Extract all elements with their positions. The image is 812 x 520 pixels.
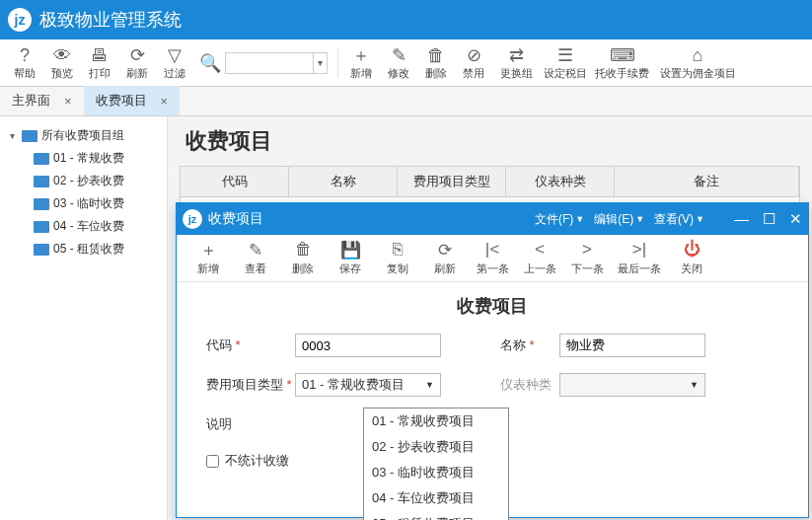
refresh-icon: ⟳ bbox=[130, 44, 145, 66]
dropdown-option[interactable]: 01 - 常规收费项目 bbox=[364, 409, 508, 434]
content-heading: 收费项目 bbox=[168, 116, 812, 166]
col-code[interactable]: 代码 bbox=[181, 167, 289, 196]
dialog-menus: 文件(F)▼ 编辑(E)▼ 查看(V)▼ bbox=[535, 211, 704, 228]
dropdown-option[interactable]: 04 - 车位收费项目 bbox=[364, 485, 508, 511]
col-name[interactable]: 名称 bbox=[289, 167, 398, 196]
name-label: 名称 bbox=[500, 336, 559, 354]
sidebar-tree: ▾所有收费项目组 01 - 常规收费 02 - 抄表收费 03 - 临时收费 0… bbox=[0, 116, 168, 520]
tree-item[interactable]: 02 - 抄表收费 bbox=[0, 170, 167, 192]
dialog-titlebar[interactable]: jz 收费项目 文件(F)▼ 编辑(E)▼ 查看(V)▼ — ☐ ✕ bbox=[177, 203, 808, 235]
add-icon: ＋ bbox=[352, 44, 370, 66]
home-icon: ⌂ bbox=[693, 44, 703, 66]
change-group-button[interactable]: ⇄更换组 bbox=[492, 44, 540, 81]
power-icon: ⏻ bbox=[684, 240, 701, 260]
code-input[interactable] bbox=[295, 334, 441, 357]
forbid-button[interactable]: ⊘禁用 bbox=[455, 42, 492, 83]
close-icon[interactable]: × bbox=[64, 94, 72, 109]
col-type[interactable]: 费用项目类型 bbox=[398, 167, 506, 196]
dropdown-option[interactable]: 02 - 抄表收费项目 bbox=[364, 434, 508, 460]
help-button[interactable]: ?帮助 bbox=[6, 42, 43, 83]
delete-icon: 🗑 bbox=[295, 240, 312, 260]
dlg-next-button[interactable]: >下一条 bbox=[563, 240, 611, 276]
dlg-prev-button[interactable]: <上一条 bbox=[516, 240, 563, 276]
print-icon: 🖶 bbox=[91, 44, 109, 66]
delete-button[interactable]: 🗑删除 bbox=[417, 42, 455, 83]
preview-icon: 👁 bbox=[53, 44, 71, 66]
collapse-icon[interactable]: ▾ bbox=[6, 130, 18, 141]
preview-button[interactable]: 👁预览 bbox=[43, 42, 81, 83]
meter-label: 仪表种类 bbox=[500, 376, 559, 394]
refresh-button[interactable]: ⟳刷新 bbox=[118, 42, 156, 83]
edit-button[interactable]: ✎修改 bbox=[380, 42, 417, 83]
set-tax-button[interactable]: ☰设定税目 bbox=[540, 44, 591, 81]
main-toolbar: ?帮助 👁预览 🖶打印 ⟳刷新 ▽过滤 🔍 ▾ ＋新增 ✎修改 🗑删除 ⊘禁用 … bbox=[0, 39, 812, 87]
edit-icon: ✎ bbox=[392, 44, 406, 66]
tree-item[interactable]: 05 - 租赁收费 bbox=[0, 238, 167, 260]
close-button[interactable]: ✕ bbox=[789, 210, 802, 228]
dlg-refresh-button[interactable]: ⟳刷新 bbox=[421, 240, 469, 276]
chevron-down-icon: ▼ bbox=[635, 214, 644, 224]
minimize-button[interactable]: — bbox=[734, 210, 749, 228]
no-stats-label: 不统计收缴 bbox=[225, 452, 289, 470]
menu-file[interactable]: 文件(F)▼ bbox=[535, 211, 584, 228]
tree-item[interactable]: 03 - 临时收费 bbox=[0, 192, 167, 215]
last-icon: >| bbox=[632, 240, 646, 260]
tree-item[interactable]: 04 - 车位收费 bbox=[0, 215, 167, 238]
print-button[interactable]: 🖶打印 bbox=[81, 42, 118, 83]
dlg-save-button[interactable]: 💾保存 bbox=[327, 240, 374, 276]
desc-label: 说明 bbox=[206, 415, 295, 433]
menu-view[interactable]: 查看(V)▼ bbox=[654, 211, 704, 228]
no-stats-checkbox[interactable] bbox=[206, 455, 219, 468]
menu-edit[interactable]: 编辑(E)▼ bbox=[594, 211, 644, 228]
save-icon: 💾 bbox=[340, 240, 361, 260]
dlg-add-button[interactable]: ＋新增 bbox=[185, 240, 232, 276]
titlebar: jz 极致物业管理系统 bbox=[0, 0, 812, 39]
commission-button[interactable]: ⌂设置为佣金项目 bbox=[653, 44, 742, 81]
col-meter[interactable]: 仪表种类 bbox=[506, 167, 615, 196]
folder-icon bbox=[34, 198, 49, 210]
dropdown-option[interactable]: 03 - 临时收费项目 bbox=[364, 460, 508, 485]
agent-fee-button[interactable]: ⌨托收手续费 bbox=[591, 44, 653, 81]
col-remark[interactable]: 备注 bbox=[615, 167, 799, 196]
filter-button[interactable]: ▽过滤 bbox=[156, 42, 193, 83]
prev-icon: < bbox=[535, 240, 545, 260]
dlg-copy-button[interactable]: ⎘复制 bbox=[374, 240, 421, 276]
name-input[interactable] bbox=[559, 334, 705, 357]
separator bbox=[337, 48, 338, 78]
add-button[interactable]: ＋新增 bbox=[342, 42, 380, 83]
tree-root[interactable]: ▾所有收费项目组 bbox=[0, 124, 167, 147]
search-icon: 🔍 bbox=[199, 52, 221, 74]
tab-charge[interactable]: 收费项目× bbox=[84, 86, 181, 115]
chevron-down-icon: ▼ bbox=[425, 380, 434, 390]
delete-icon: 🗑 bbox=[427, 44, 445, 66]
meter-select[interactable]: ▼ bbox=[559, 373, 705, 397]
chevron-down-icon: ▼ bbox=[575, 214, 584, 224]
next-icon: > bbox=[582, 240, 592, 260]
search-box: 🔍 ▾ bbox=[199, 52, 328, 74]
maximize-button[interactable]: ☐ bbox=[763, 210, 775, 228]
filter-icon: ▽ bbox=[168, 44, 182, 66]
app-title: 极致物业管理系统 bbox=[39, 8, 182, 32]
tab-main[interactable]: 主界面× bbox=[0, 86, 84, 115]
search-dropdown[interactable]: ▾ bbox=[314, 52, 328, 74]
folder-icon bbox=[22, 130, 37, 142]
type-label: 费用项目类型 bbox=[206, 376, 295, 394]
dialog-logo: jz bbox=[183, 209, 202, 229]
form-heading: 收费项目 bbox=[206, 294, 778, 318]
tab-bar: 主界面× 收费项目× bbox=[0, 87, 812, 116]
dlg-close-button[interactable]: ⏻关闭 bbox=[668, 240, 715, 276]
folder-icon bbox=[34, 176, 49, 187]
type-select[interactable]: 01 - 常规收费项目▼ bbox=[295, 373, 441, 397]
first-icon: |< bbox=[485, 240, 499, 260]
tree-item[interactable]: 01 - 常规收费 bbox=[0, 147, 167, 170]
help-icon: ? bbox=[20, 44, 30, 66]
dlg-view-button[interactable]: ✎查看 bbox=[232, 240, 279, 276]
dlg-first-button[interactable]: |<第一条 bbox=[469, 240, 516, 276]
dropdown-option[interactable]: 05 - 租赁收费项目 bbox=[364, 511, 508, 520]
dlg-last-button[interactable]: >|最后一条 bbox=[611, 240, 668, 276]
close-icon[interactable]: × bbox=[161, 94, 169, 109]
search-input[interactable] bbox=[225, 52, 314, 74]
dialog-toolbar: ＋新增 ✎查看 🗑删除 💾保存 ⎘复制 ⟳刷新 |<第一条 <上一条 >下一条 … bbox=[177, 235, 808, 282]
dlg-delete-button[interactable]: 🗑删除 bbox=[279, 240, 327, 276]
forbid-icon: ⊘ bbox=[467, 44, 481, 66]
